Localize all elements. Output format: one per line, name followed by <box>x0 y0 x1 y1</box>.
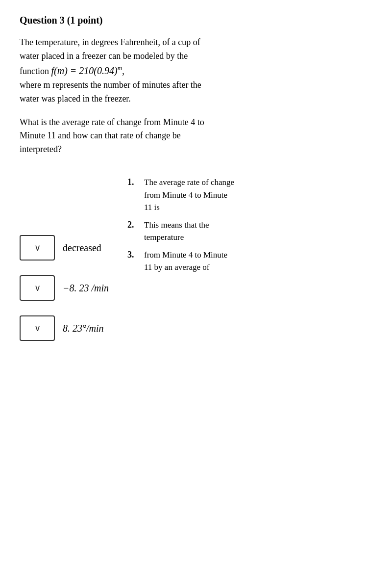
formula: f(m) = 210(0.94)m, <box>51 65 125 76</box>
dropdown-row-3: ∨ 8. 23°/min <box>20 315 118 341</box>
prompt-line2: Minute 11 and how can that rate of chang… <box>20 130 181 140</box>
dropdown-label-2: −8. 23 /min <box>63 283 109 294</box>
numbered-item-3: 3. from Minute 4 to Minute 11 by an aver… <box>127 249 237 274</box>
prompt-line3: interpreted? <box>20 144 62 154</box>
dropdown-1[interactable]: ∨ <box>20 235 55 261</box>
body-text-6: water was placed in the freezer. <box>20 94 131 104</box>
dropdown-row-1: ∨ decreased <box>20 235 118 261</box>
dropdown-row-2: ∨ −8. 23 /min <box>20 275 118 301</box>
chevron-down-icon-3: ∨ <box>34 323 41 334</box>
item-number-2: 2. <box>127 219 139 230</box>
body-text-2: water placed in a freezer can be modeled… <box>20 51 188 61</box>
item-text-1: The average rate of change from Minute 4… <box>144 176 237 214</box>
item-number-1: 1. <box>127 176 139 187</box>
numbered-item-1: 1. The average rate of change from Minut… <box>127 176 237 214</box>
item-number-3: 3. <box>127 249 139 260</box>
dropdowns-column: ∨ decreased ∨ −8. 23 /min ∨ 8. 23°/min <box>20 235 118 341</box>
question-body: The temperature, in degrees Fahrenheit, … <box>20 36 372 106</box>
dropdown-2[interactable]: ∨ <box>20 275 55 301</box>
question-header: Question 3 (1 point) <box>20 15 372 26</box>
body-text-1: The temperature, in degrees Fahrenheit, … <box>20 37 200 47</box>
body-text-5: where m represents the number of minutes… <box>20 80 201 90</box>
dropdown-label-3: 8. 23°/min <box>63 323 104 334</box>
item-text-2: This means that the temperature <box>144 219 237 244</box>
body-text-3: function <box>20 66 49 76</box>
dropdown-3[interactable]: ∨ <box>20 315 55 341</box>
numbered-item-2: 2. This means that the temperature <box>127 219 237 244</box>
item-text-3: from Minute 4 to Minute 11 by an average… <box>144 249 237 274</box>
chevron-down-icon-2: ∨ <box>34 283 41 293</box>
answer-section: ∨ decreased ∨ −8. 23 /min ∨ 8. 23°/min 1… <box>20 176 372 341</box>
dropdown-label-1: decreased <box>63 242 101 254</box>
question-prompt: What is the average rate of change from … <box>20 116 372 157</box>
numbered-list: 1. The average rate of change from Minut… <box>127 176 237 279</box>
prompt-line1: What is the average rate of change from … <box>20 117 204 127</box>
chevron-down-icon-1: ∨ <box>34 242 41 253</box>
